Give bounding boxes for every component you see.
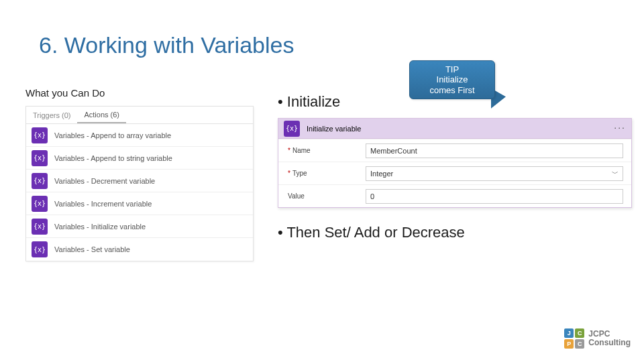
variable-icon: {x} [32, 173, 48, 189]
variable-icon: {x} [32, 241, 48, 257]
form-label-type: *Type [278, 170, 366, 177]
name-input[interactable]: MemberCount [366, 143, 623, 158]
action-label: Variables - Increment variable [54, 200, 152, 208]
action-item[interactable]: {x} Variables - Append to array variable [26, 124, 253, 147]
tip-line1: TIP [445, 64, 459, 75]
variable-icon: {x} [32, 196, 48, 212]
more-icon[interactable]: ··· [614, 122, 626, 133]
value-input[interactable]: 0 [366, 189, 623, 204]
logo-cell-p: P [564, 339, 574, 349]
tab-actions[interactable]: Actions (6) [77, 107, 126, 123]
action-item[interactable]: {x} Variables - Initialize variable [26, 215, 253, 238]
action-label: Variables - Append to string variable [54, 154, 172, 162]
slide-title: 6. Working with Variables [39, 32, 294, 58]
variable-icon: {x} [32, 219, 48, 235]
actions-panel: Triggers (0) Actions (6) {x} Variables -… [25, 106, 254, 261]
company-logo: J C P C JCPC Consulting [564, 328, 631, 349]
init-card-header[interactable]: {x} Initialize variable ··· [278, 119, 631, 139]
logo-cell-c2: C [575, 339, 584, 349]
action-label: Variables - Initialize variable [54, 223, 146, 231]
bullet-initialize: • Initialize [278, 93, 340, 111]
action-label: Variables - Decrement variable [54, 177, 155, 185]
action-item[interactable]: {x} Variables - Increment variable [26, 192, 253, 215]
action-item[interactable]: {x} Variables - Append to string variabl… [26, 147, 253, 170]
variable-icon: {x} [284, 121, 300, 137]
action-item[interactable]: {x} Variables - Set variable [26, 238, 253, 261]
logo-text: JCPC Consulting [588, 330, 631, 347]
tab-triggers[interactable]: Triggers (0) [26, 111, 77, 119]
form-row-name: *Name MemberCount [278, 139, 631, 162]
chevron-down-icon: ﹀ [612, 169, 619, 178]
form-row-value: Value 0 [278, 184, 631, 207]
actions-tabs: Triggers (0) Actions (6) [26, 107, 253, 124]
bullet-then-set: • Then Set/ Add or Decrease [278, 224, 465, 241]
tip-callout: TIP Initialize comes First [409, 60, 495, 99]
logo-grid: J C P C [564, 328, 584, 349]
logo-cell-j: J [564, 328, 574, 338]
form-label-value: Value [278, 192, 366, 200]
init-card-title: Initialize variable [307, 125, 361, 133]
form-label-name: *Name [278, 147, 366, 154]
action-item[interactable]: {x} Variables - Decrement variable [26, 170, 253, 192]
action-label: Variables - Append to array variable [54, 131, 171, 139]
tip-line3: comes First [429, 85, 474, 96]
type-select[interactable]: Integer ﹀ [366, 166, 623, 181]
initialize-card: {x} Initialize variable ··· *Name Member… [278, 118, 632, 208]
action-label: Variables - Set variable [54, 245, 130, 253]
variable-icon: {x} [32, 127, 48, 143]
variable-icon: {x} [32, 150, 48, 166]
logo-cell-c1: C [575, 328, 584, 338]
subtitle: What you Can Do [25, 87, 105, 99]
form-row-type: *Type Integer ﹀ [278, 162, 631, 184]
tip-line2: Initialize [437, 74, 468, 85]
